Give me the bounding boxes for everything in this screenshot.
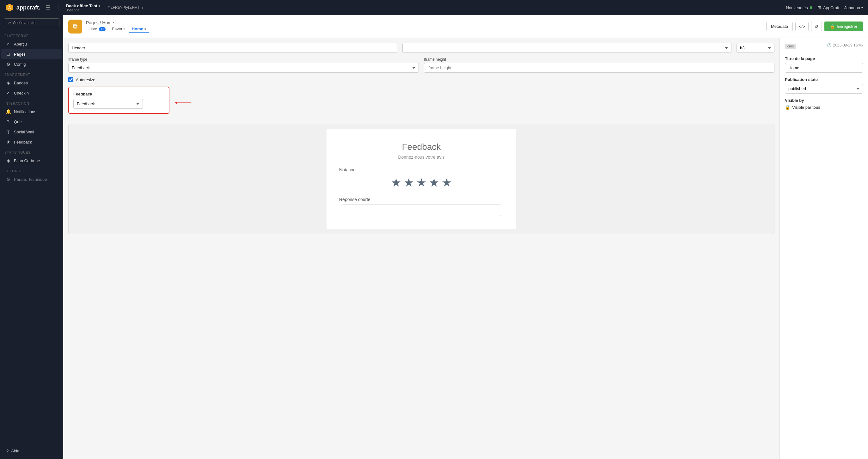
- red-arrow: [175, 99, 193, 106]
- menu-icon[interactable]: ☰: [45, 4, 51, 11]
- autoresize-checkbox[interactable]: [68, 77, 73, 82]
- bilan-carbone-icon: ◈: [6, 158, 11, 163]
- iframe-height-label: Iframe height: [424, 57, 774, 62]
- right-panel: cms 🕐 2023-09-29 15:46 Titre de la page …: [779, 38, 868, 459]
- tab-favoris[interactable]: Favoris: [110, 26, 128, 33]
- feedback-section-title: Feedback: [73, 92, 164, 96]
- publication-select[interactable]: published draft archived: [785, 84, 863, 94]
- tab-liste[interactable]: Liste 11: [86, 26, 108, 33]
- sidebar-item-label: Quiz: [14, 120, 23, 124]
- nouveautes-section[interactable]: Nouveautés: [786, 5, 812, 10]
- tab-dropdown-icon: ▾: [145, 27, 146, 31]
- user-dropdown-icon: ▾: [861, 6, 863, 9]
- notifications-icon: 🔔: [6, 109, 11, 114]
- sidebar-item-label: Pages: [14, 52, 26, 57]
- param-tech-icon: ⚙: [6, 177, 11, 182]
- code-button[interactable]: </>: [795, 22, 809, 31]
- iframe-type-select[interactable]: Feedback: [68, 63, 419, 73]
- sidebar-item-label: Aperçu: [14, 42, 27, 47]
- checkin-icon: ✓: [6, 90, 11, 95]
- external-link-icon: ↗: [8, 21, 11, 25]
- project-name: Back office Test ▾: [66, 3, 100, 8]
- blank-select[interactable]: [402, 43, 732, 53]
- user-menu[interactable]: Johanna ▾: [844, 5, 863, 10]
- section-plateforme: PLATEFORME: [0, 30, 63, 39]
- topnav: A appcraft. ☰ Back office Test ▾ Johanna…: [0, 0, 868, 15]
- content-area: h3 Iframe type Feedback Iframe height: [63, 38, 868, 459]
- nav-divider: [58, 4, 59, 11]
- star-3[interactable]: ★: [416, 176, 426, 189]
- sidebar-item-label: Social Wall: [14, 130, 34, 134]
- aide-label: Aide: [11, 449, 19, 453]
- metadata-button[interactable]: Metadata: [766, 22, 793, 31]
- sidebar-item-quiz[interactable]: ? Quiz: [1, 117, 62, 127]
- save-button[interactable]: 🔒 Enregistrer: [825, 22, 863, 31]
- badges-icon: ◈: [6, 80, 11, 85]
- sidebar-item-label: Notifications: [14, 110, 36, 114]
- sidebar-item-label: Param. Technique: [14, 177, 47, 182]
- header-row: h3: [68, 43, 774, 53]
- visible-by-value: 🔒 Visible par tous: [785, 104, 863, 110]
- sidebar-item-feedback[interactable]: ★ Feedback: [1, 137, 62, 147]
- clock-icon: 🕐: [827, 43, 832, 48]
- autoresize-row: Autoresize: [68, 77, 774, 82]
- svg-marker-3: [175, 101, 177, 104]
- page-header-right: Metadata </> ↺ 🔒 Enregistrer: [766, 22, 863, 31]
- sidebar-item-apercu[interactable]: ○ Aperçu: [1, 39, 62, 49]
- topnav-right: Nouveautés ⊞ AppCraft Johanna ▾: [786, 5, 863, 10]
- appcraft-label: AppCraft: [823, 5, 839, 10]
- sidebar-item-label: Checkin: [14, 91, 29, 95]
- star-1[interactable]: ★: [391, 176, 401, 189]
- feedback-dropdown[interactable]: Feedback: [73, 99, 143, 109]
- star-4[interactable]: ★: [429, 176, 439, 189]
- page-icon: ⧉: [68, 20, 82, 33]
- logo: A appcraft.: [5, 3, 40, 12]
- pages-header-icon: ⧉: [73, 23, 78, 30]
- publication-label: Publication state: [785, 77, 863, 82]
- editor-panel: h3 Iframe type Feedback Iframe height: [63, 38, 779, 459]
- project-hash: # cFRbYPfyLsHVTm: [108, 5, 143, 10]
- sidebar-item-badges[interactable]: ◈ Badges: [1, 78, 62, 88]
- body-wrap: ↗ Accès au site PLATEFORME ○ Aperçu □ Pa…: [0, 15, 868, 459]
- h3-select[interactable]: h3: [737, 43, 774, 53]
- header-input[interactable]: [68, 43, 397, 53]
- star-2[interactable]: ★: [404, 176, 414, 189]
- sidebar: ↗ Accès au site PLATEFORME ○ Aperçu □ Pa…: [0, 15, 63, 459]
- timestamp: 🕐 2023-09-29 15:46: [827, 43, 863, 48]
- preview-container: Feedback Donnez-nous votre avis Notation…: [68, 124, 774, 234]
- feedback-selector-row: Feedback Feedback: [68, 87, 774, 119]
- preview-subtitle: Donnez-nous votre avis: [333, 155, 510, 160]
- preview-title: Feedback: [333, 142, 510, 152]
- sidebar-item-social-wall[interactable]: ◫ Social Wall: [1, 127, 62, 137]
- sidebar-item-config[interactable]: ⚙ Config: [1, 59, 62, 69]
- page-header: ⧉ Pages / Home Liste 11 Favoris Home ▾: [63, 15, 868, 38]
- iframe-height-field: Iframe height: [424, 57, 774, 73]
- tab-home[interactable]: Home ▾: [129, 26, 149, 33]
- aide-button[interactable]: ? Aide: [4, 447, 59, 455]
- star-5[interactable]: ★: [442, 176, 452, 189]
- response-input[interactable]: [342, 205, 501, 216]
- iframe-row: Iframe type Feedback Iframe height: [68, 57, 774, 73]
- project-selector[interactable]: Back office Test ▾ Johanna: [66, 3, 100, 12]
- history-button[interactable]: ↺: [811, 22, 822, 31]
- sidebar-item-notifications[interactable]: 🔔 Notifications: [1, 106, 62, 117]
- sidebar-item-label: Feedback: [14, 140, 32, 145]
- access-site-button[interactable]: ↗ Accès au site: [4, 18, 59, 27]
- pages-icon: □: [6, 52, 11, 57]
- sidebar-item-checkin[interactable]: ✓ Checkin: [1, 88, 62, 98]
- sidebar-item-bilan-carbone[interactable]: ◈ Bilan Carbone: [1, 156, 62, 166]
- help-icon: ?: [6, 449, 8, 453]
- preview-inner: Feedback Donnez-nous votre avis Notation…: [327, 129, 516, 229]
- iframe-height-input[interactable]: [424, 63, 774, 73]
- apercu-icon: ○: [6, 41, 11, 47]
- page-title-input[interactable]: [785, 63, 863, 73]
- project-sub: Johanna: [66, 8, 100, 12]
- liste-badge: 11: [99, 27, 105, 31]
- sidebar-item-pages[interactable]: □ Pages: [1, 49, 62, 59]
- autoresize-label: Autoresize: [76, 78, 95, 82]
- breadcrumb: Pages / Home: [86, 20, 149, 25]
- iframe-type-field: Iframe type Feedback: [68, 57, 419, 73]
- sidebar-item-label: Config: [14, 62, 26, 67]
- blank-select-field: [402, 43, 732, 53]
- page-tabs: Liste 11 Favoris Home ▾: [86, 26, 149, 33]
